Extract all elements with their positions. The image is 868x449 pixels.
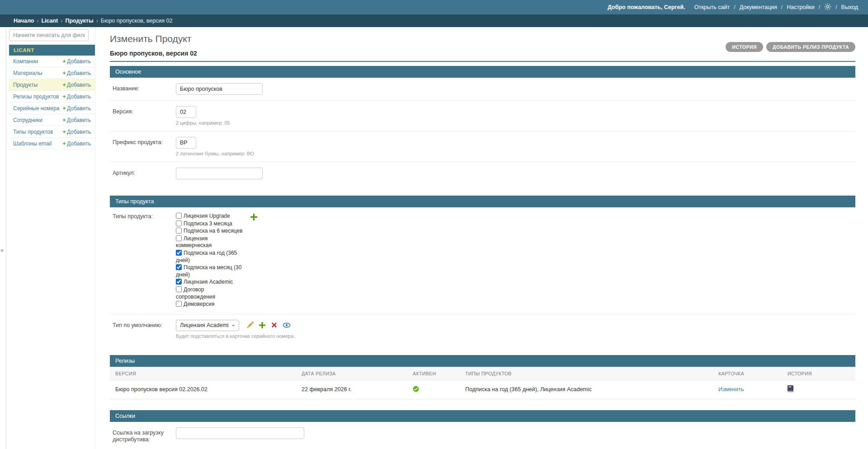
sku-label: Артикул:	[113, 168, 176, 177]
release-active-cell	[407, 380, 460, 399]
sidebar-app-label: LICANT	[9, 45, 95, 56]
plus-icon: +	[62, 93, 66, 100]
open-site-link[interactable]: Открыть сайт	[694, 4, 730, 10]
sidebar-item-label[interactable]: Продукты	[13, 82, 38, 88]
sidebar-item-label[interactable]: Шаблоны email	[13, 140, 52, 147]
history-button[interactable]: ИСТОРИЯ	[726, 42, 763, 52]
checkbox-item: Лицензия Academic	[176, 279, 244, 286]
releases-header-row: ВЕРСИЯ ДАТА РЕЛИЗА АКТИВЕН ТИПЫ ПРОДУКТО…	[110, 367, 855, 380]
section-product-types-header: Типы продукта	[110, 196, 855, 207]
logout-link[interactable]: Выход	[841, 4, 858, 10]
plus-icon: +	[62, 58, 66, 65]
col-version: ВЕРСИЯ	[110, 367, 296, 380]
sidebar-add-link[interactable]: +Добавить	[62, 140, 91, 147]
sidebar-item-label[interactable]: Компании	[13, 58, 38, 65]
type-checkbox[interactable]	[176, 301, 182, 307]
sidebar-item-label[interactable]: Материалы	[13, 70, 42, 76]
sidebar-item-companies[interactable]: Компании +Добавить	[9, 56, 95, 67]
plus-icon: +	[62, 117, 66, 123]
section-releases-header: Релизы	[110, 355, 855, 367]
version-input[interactable]	[176, 106, 196, 118]
topbar-separator: /	[819, 4, 820, 10]
type-checkbox[interactable]	[176, 228, 182, 234]
prefix-hint: 2 латинские буквы, например: BO	[176, 151, 254, 156]
sidebar-item-label[interactable]: Релизы продуктов	[13, 94, 59, 100]
topbar-separator: /	[781, 4, 783, 10]
form-row-version: Версия: 2 цифры, например: 05	[110, 101, 855, 131]
section-links: Ссылки Ссылка на загрузку дистрибутива: …	[110, 410, 855, 449]
sidebar-add-link[interactable]: +Добавить	[62, 70, 91, 76]
col-product-types: ТИПЫ ПРОДУКТОВ	[460, 367, 713, 380]
type-checkbox[interactable]	[176, 220, 182, 226]
sidebar-item-label[interactable]: Типы продуктов	[13, 129, 53, 135]
settings-link[interactable]: Настройки	[787, 4, 814, 10]
sidebar-item-product-types[interactable]: Типы продуктов +Добавить	[9, 126, 95, 138]
sidebar-item-products[interactable]: Продукты +Добавить	[9, 79, 95, 91]
theme-toggle-sun-icon[interactable]	[824, 3, 831, 12]
form-row-prefix: Префикс продукта: 2 латинские буквы, нап…	[110, 131, 855, 162]
sidebar-add-link[interactable]: +Добавить	[62, 93, 91, 100]
sidebar-gutter: «	[0, 27, 6, 449]
sidebar-item-materials[interactable]: Материалы +Добавить	[9, 67, 95, 79]
breadcrumb-separator: ›	[96, 18, 98, 24]
release-history-cell	[782, 380, 855, 399]
sidebar-add-link[interactable]: +Добавить	[62, 128, 91, 135]
type-checkbox[interactable]	[176, 235, 182, 241]
type-checkbox[interactable]	[176, 279, 182, 285]
col-history: ИСТОРИЯ	[782, 367, 855, 380]
sidebar-add-link[interactable]: +Добавить	[62, 58, 91, 65]
download-link-input[interactable]	[176, 427, 304, 439]
col-active: АКТИВЕН	[407, 367, 460, 380]
sidebar-item-serial-numbers[interactable]: Серийные номера +Добавить	[9, 103, 95, 114]
sidebar-filter-input[interactable]	[9, 29, 89, 41]
active-check-icon	[413, 387, 419, 393]
object-tools: ИСТОРИЯ ДОБАВИТЬ РЕЛИЗ ПРОДУКТА	[726, 42, 855, 52]
sidebar-add-link[interactable]: +Добавить	[62, 117, 91, 123]
type-checkbox[interactable]	[176, 286, 182, 292]
plus-icon: +	[62, 128, 66, 135]
plus-icon: +	[62, 70, 66, 76]
checkbox-item: Демоверсия	[176, 301, 244, 308]
sidebar-item-employees[interactable]: Сотрудники +Добавить	[9, 114, 95, 126]
edit-icon[interactable]	[246, 322, 254, 329]
add-icon[interactable]	[259, 322, 266, 329]
add-product-type-icon[interactable]	[250, 213, 258, 221]
sidebar-item-email-templates[interactable]: Шаблоны email +Добавить	[9, 138, 95, 150]
topbar-separator: /	[835, 4, 837, 10]
sidebar-item-product-releases[interactable]: Релизы продуктов +Добавить	[9, 91, 95, 103]
name-input[interactable]	[176, 83, 263, 95]
name-label: Название:	[113, 83, 176, 93]
default-type-select[interactable]: Лицензия Academic	[176, 320, 239, 331]
view-icon[interactable]	[283, 322, 291, 328]
version-hint: 2 цифры, например: 05	[176, 120, 230, 126]
breadcrumb-products[interactable]: Продукты	[65, 18, 93, 24]
welcome-text: Добро пожаловать, Сергей.	[608, 4, 685, 10]
release-edit-link[interactable]: Изменить	[718, 386, 744, 393]
breadcrumb-separator: ›	[61, 18, 62, 24]
add-product-release-button[interactable]: ДОБАВИТЬ РЕЛИЗ ПРОДУКТА	[766, 42, 855, 52]
delete-icon[interactable]	[271, 322, 278, 328]
col-card: КАРТОЧКА	[713, 367, 782, 380]
documentation-link[interactable]: Документация	[740, 4, 777, 10]
sidebar-add-link[interactable]: +Добавить	[62, 81, 91, 88]
type-checkbox[interactable]	[176, 250, 182, 256]
sku-input[interactable]	[176, 168, 263, 179]
type-checkbox[interactable]	[176, 213, 182, 219]
form-row-default-type: Тип по умолчанию: Лицензия Academic ⌄	[110, 314, 855, 344]
type-checkbox[interactable]	[176, 264, 182, 270]
release-version-cell: Бюро пропусков версия 02.2026.02	[110, 380, 296, 399]
breadcrumb-home[interactable]: Начало	[14, 18, 34, 24]
sidebar-collapse-icon[interactable]: «	[0, 247, 4, 253]
sidebar-item-label[interactable]: Сотрудники	[13, 117, 42, 123]
sidebar-add-link[interactable]: +Добавить	[62, 105, 91, 112]
topbar-separator: /	[734, 4, 735, 10]
col-release-date: ДАТА РЕЛИЗА	[296, 367, 407, 380]
prefix-input[interactable]	[176, 137, 196, 149]
checkbox-item: Подписка на 6 месяцев	[176, 228, 244, 235]
sidebar-item-label[interactable]: Серийные номера	[13, 105, 59, 112]
sidebar-app-module: LICANT Компании +Добавить Материалы +Доб…	[9, 45, 95, 150]
release-types-cell: Подписка на год (365 дней), Лицензия Aca…	[460, 380, 713, 399]
breadcrumb-app[interactable]: Licant	[41, 18, 58, 24]
breadcrumb-separator: ›	[37, 18, 38, 24]
history-icon[interactable]	[788, 388, 793, 394]
